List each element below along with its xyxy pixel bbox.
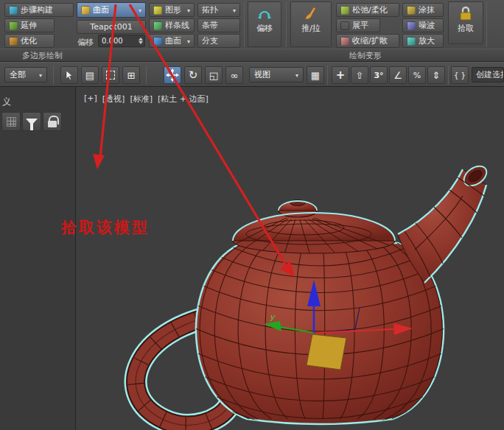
chevron-down-icon[interactable] bbox=[187, 36, 190, 46]
paint-deform-panel-title: 绘制变形 bbox=[349, 50, 382, 61]
select-and-move-button[interactable] bbox=[164, 66, 181, 84]
crosshair-icon: + bbox=[336, 68, 346, 82]
offset-label: 偏移 bbox=[77, 37, 94, 48]
surface-pen-icon bbox=[81, 6, 90, 15]
select-object-button[interactable] bbox=[60, 66, 78, 84]
window-crossing-toggle[interactable]: ⊞ bbox=[122, 66, 140, 84]
select-and-link-button[interactable]: ∞ bbox=[225, 66, 243, 84]
toolbar-separator bbox=[146, 66, 147, 85]
angle-snap-toggle[interactable]: ∠ bbox=[389, 66, 407, 84]
optimize-icon bbox=[9, 37, 18, 46]
smudge-button[interactable]: 涂抹 bbox=[402, 3, 444, 17]
strips-button[interactable]: 条带 bbox=[197, 18, 240, 32]
snap-3d-icon: 3° bbox=[374, 71, 383, 80]
viewport-menu-view[interactable]: [透视] bbox=[102, 94, 125, 105]
lock-icon bbox=[458, 5, 473, 21]
grid-icon: ▦ bbox=[311, 70, 320, 81]
surface-tool-icon bbox=[153, 37, 162, 46]
flatten-button[interactable]: 展平 bbox=[336, 18, 380, 32]
spline-icon bbox=[153, 21, 162, 30]
step-build-icon bbox=[9, 6, 18, 15]
named-selection-sets-button[interactable]: { } bbox=[451, 66, 469, 84]
3dsmax-window: { "ribbon": { "polydraw": { "title": "多边… bbox=[0, 0, 504, 430]
ribbon: 步骤构建 延伸 优化 曲面 Teapot001 偏移 0.000 图形 样条线 … bbox=[0, 0, 504, 62]
rectangular-selection-button[interactable] bbox=[102, 66, 119, 84]
chevron-down-icon[interactable] bbox=[139, 5, 141, 15]
move-icon bbox=[166, 68, 179, 82]
list-icon: ▤ bbox=[85, 70, 94, 81]
surface-tool-button[interactable]: 曲面 bbox=[149, 34, 195, 48]
angle-snap-icon: ∠ bbox=[393, 70, 402, 81]
chevron-down-icon[interactable] bbox=[233, 5, 236, 15]
up-arrow-icon: ⇧ bbox=[356, 70, 364, 81]
percent-snap-toggle[interactable]: % bbox=[408, 66, 426, 84]
exaggerate-icon bbox=[407, 37, 416, 46]
push-pull-button[interactable]: 推/拉 bbox=[290, 1, 332, 47]
chevron-down-icon[interactable] bbox=[187, 5, 190, 15]
pivot-crosshair-button[interactable]: + bbox=[332, 66, 349, 84]
offset-spinner[interactable]: 0.000 bbox=[98, 35, 145, 47]
step-build-button[interactable]: 步骤构建 bbox=[4, 3, 74, 17]
scale-icon: ◱ bbox=[209, 70, 218, 81]
display-grid-button[interactable] bbox=[1, 112, 21, 131]
left-sidebar: 义 bbox=[0, 87, 76, 430]
link-icon: ∞ bbox=[231, 70, 239, 81]
lock-selection-button[interactable] bbox=[43, 112, 62, 131]
viewport[interactable]: [+] [透视] [标准] [粘土 + 边面] y bbox=[77, 87, 504, 430]
noise-button[interactable]: 噪波 bbox=[402, 18, 444, 32]
viewport-menu-plus[interactable]: [+] bbox=[84, 94, 97, 105]
brush-icon bbox=[303, 5, 319, 21]
panel-separator bbox=[486, 1, 487, 47]
pinch-icon bbox=[340, 37, 349, 46]
branch-button[interactable]: 分支 bbox=[197, 34, 240, 48]
selection-filter-dropdown[interactable]: 全部 bbox=[4, 67, 47, 82]
reference-coordinate-dropdown[interactable]: 视图 bbox=[249, 67, 304, 82]
relax-soften-button[interactable]: 松弛/柔化 bbox=[336, 3, 399, 17]
relax-icon bbox=[340, 6, 349, 15]
viewport-menu-renderer[interactable]: [标准] bbox=[130, 94, 153, 105]
spinner-snap-toggle[interactable]: ⇕ bbox=[427, 66, 445, 84]
braces-icon: { } bbox=[454, 71, 466, 80]
rotate-icon: ↻ bbox=[189, 68, 198, 82]
pick-button[interactable]: 拾取 bbox=[448, 1, 483, 44]
pinch-spread-button[interactable]: 收缩/扩散 bbox=[336, 34, 399, 48]
shape-button[interactable]: 图形 bbox=[149, 3, 195, 17]
chevron-down-icon bbox=[39, 70, 42, 80]
spline-button[interactable]: 样条线 bbox=[149, 18, 195, 32]
teapot-model[interactable]: y bbox=[77, 87, 504, 430]
flatten-icon bbox=[340, 21, 349, 30]
extend-button[interactable]: 延伸 bbox=[4, 18, 55, 32]
select-and-rotate-button[interactable]: ↻ bbox=[184, 66, 202, 84]
selection-lock-toggle[interactable]: ⇧ bbox=[351, 66, 368, 84]
select-by-name-button[interactable]: ▤ bbox=[81, 66, 99, 84]
named-selection-field[interactable]: 创建选择 bbox=[472, 67, 504, 82]
chevron-down-icon bbox=[295, 70, 298, 80]
grid-icon bbox=[7, 117, 16, 127]
shift-brush-button[interactable]: 偏移 bbox=[248, 1, 281, 47]
topology-button[interactable]: 拓扑 bbox=[197, 3, 240, 17]
use-center-button[interactable]: ▦ bbox=[307, 66, 324, 84]
viewport-menu-shading[interactable]: [粘土 + 边面] bbox=[158, 94, 209, 105]
marquee-rect-icon bbox=[106, 71, 115, 80]
toolbar-separator bbox=[448, 66, 449, 85]
panel-titlebar bbox=[0, 49, 504, 61]
noise-icon bbox=[407, 21, 416, 30]
select-and-scale-button[interactable]: ◱ bbox=[205, 66, 223, 84]
optimize-button[interactable]: 优化 bbox=[4, 34, 55, 48]
cursor-icon bbox=[64, 70, 74, 80]
percent-snap-icon: % bbox=[413, 71, 421, 80]
toolbar-separator bbox=[327, 66, 328, 85]
spinner-snap-icon: ⇕ bbox=[433, 70, 441, 81]
picked-object-name[interactable]: Teapot001 bbox=[77, 20, 146, 34]
snap-3d-toggle[interactable]: 3° bbox=[370, 66, 388, 84]
exaggerate-button[interactable]: 放大 bbox=[402, 34, 444, 48]
crossing-icon: ⊞ bbox=[127, 70, 136, 81]
sidebar-partial-label: 义 bbox=[2, 96, 11, 108]
shift-arrows-icon bbox=[256, 5, 273, 21]
viewport-label: [+] [透视] [标准] [粘土 + 边面] bbox=[84, 94, 209, 105]
spinner-arrows-icon[interactable] bbox=[139, 38, 143, 44]
surface-mode-button[interactable]: 曲面 bbox=[77, 2, 146, 18]
lock-icon bbox=[48, 121, 57, 127]
selection-filter-button[interactable] bbox=[22, 112, 41, 131]
panel-separator bbox=[244, 1, 245, 47]
